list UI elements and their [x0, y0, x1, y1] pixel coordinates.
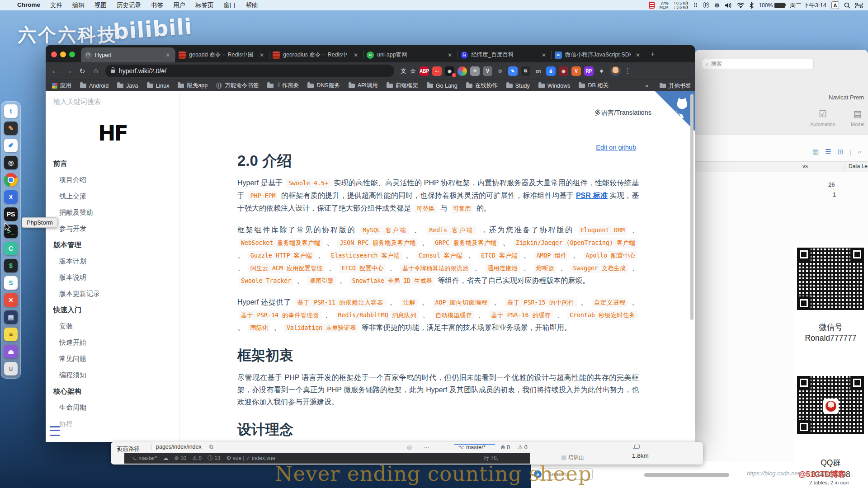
reload-button[interactable]: ↻ — [75, 67, 89, 75]
sidebar-item[interactable]: 核心架构 — [46, 383, 179, 399]
navicat-automation-button[interactable]: ☑Automation — [807, 109, 839, 129]
dark-ext[interactable]: ⧉ — [521, 66, 530, 76]
tab-close-icon[interactable]: ✕ — [258, 52, 265, 58]
menu-item[interactable]: 历史记录 — [117, 1, 141, 9]
browser-menu-icon[interactable]: ⋮ — [624, 67, 631, 75]
sidebar-item[interactable]: 版本管理 — [46, 237, 179, 253]
zoom-window-button[interactable] — [69, 52, 75, 57]
bookmark-item[interactable]: 限免app — [178, 82, 208, 89]
sidebar-item[interactable]: 捐献及赞助 — [46, 204, 179, 221]
edit-on-github-link[interactable]: Edit on github — [596, 144, 636, 151]
page-path-value[interactable]: pages/index/index — [156, 444, 202, 450]
sidebar-item[interactable]: 生命周期 — [46, 399, 179, 416]
menu-item[interactable]: 文件 — [50, 1, 62, 9]
sidebar-item[interactable]: 前言 — [46, 155, 179, 172]
dock-red-close-app-icon[interactable]: ✕ — [4, 293, 18, 307]
sidebar-item[interactable]: 快速入门 — [46, 302, 179, 318]
puzzle-ext[interactable]: ❖ — [597, 66, 606, 76]
dock-chrome-icon[interactable] — [4, 173, 18, 187]
menu-item[interactable]: 窗口 — [224, 1, 236, 9]
bookmark-item[interactable]: 应用 — [52, 82, 71, 89]
address-bar[interactable]: hyperf.wiki/2.0/#/ — [105, 65, 394, 77]
bookmark-item[interactable]: 万能命令书签 — [216, 82, 259, 89]
vimium-ext[interactable]: V — [483, 66, 492, 76]
psr-standard-link[interactable]: PSR 标准 — [576, 192, 608, 199]
bookmark-item[interactable]: 在线协作 — [466, 82, 498, 89]
bookmark-star-icon[interactable]: ☆ — [408, 66, 418, 76]
git-branch-label[interactable]: ⌥ master* — [131, 455, 157, 461]
bookmark-item[interactable]: 工作需要 — [267, 82, 299, 89]
en-translate-ext[interactable]: en — [533, 66, 543, 76]
control-center-icon[interactable] — [855, 3, 863, 8]
bookmark-item[interactable]: Android — [80, 83, 108, 89]
tab-close-icon[interactable]: ✕ — [352, 52, 359, 58]
bookmark-item[interactable]: Windows — [538, 83, 571, 89]
menu-item[interactable]: Chrome — [17, 1, 40, 9]
sidebar-item[interactable]: 项目介绍 — [46, 172, 179, 188]
mem-meter-icon[interactable] — [649, 2, 655, 9]
translations-link[interactable]: 多语言/Translations — [594, 108, 651, 117]
file-indicator[interactable]: ⚙ vue | ✓ index.vue — [226, 455, 275, 461]
tab-close-icon[interactable]: ✕ — [446, 52, 453, 58]
menu-item[interactable]: 用户 — [173, 1, 185, 9]
cloud-sync-icon[interactable]: ☁ — [163, 455, 169, 461]
screenshot-ext[interactable]: ◉1 — [445, 66, 454, 76]
caret-position[interactable]: 行 78, — [484, 455, 530, 462]
profile-avatar[interactable] — [610, 66, 621, 76]
content-scrollbar[interactable] — [690, 94, 693, 320]
camera-ext[interactable]: ⌾ — [470, 66, 480, 76]
menu-item[interactable]: 书签 — [151, 1, 163, 9]
navicat-model-button[interactable]: ▤Model — [844, 109, 868, 129]
docker-icon[interactable]: ☸ — [714, 2, 720, 9]
bell-icon[interactable] — [634, 444, 640, 448]
adblock-plus[interactable]: ABP — [420, 66, 429, 76]
more-dots-icon[interactable]: ⋯ — [424, 444, 429, 450]
audio-ext[interactable]: ◉ — [559, 66, 568, 76]
menu-item[interactable]: 视图 — [94, 1, 107, 9]
rp-ext[interactable]: RP — [584, 66, 594, 76]
dock-camera-app-icon[interactable]: ◎ — [4, 156, 18, 169]
grid-menu-icon[interactable]: ⠿ — [693, 2, 698, 9]
browser-tab[interactable]: georadius 命令 -- Redis中✕ — [269, 47, 363, 62]
dock-trash-icon[interactable]: ∪ — [4, 362, 18, 375]
tab-close-icon[interactable]: ✕ — [634, 52, 642, 58]
dock-briefcase-app-icon[interactable]: ▤ — [4, 310, 18, 324]
sidebar-toggle-icon[interactable] — [50, 426, 60, 436]
navicat-search-field[interactable]: ⌕搜索 — [702, 59, 814, 69]
filter-search-icon[interactable]: ⌕ — [858, 148, 861, 156]
bluetooth-icon[interactable] — [750, 2, 754, 9]
home-button[interactable]: ⌂ — [89, 67, 103, 75]
grid-view-icon[interactable]: ▦ — [812, 148, 819, 156]
bookmark-item[interactable]: 前端框架 — [387, 82, 418, 89]
sidebar-item[interactable]: 版本计划 — [46, 253, 179, 269]
minimize-window-button[interactable] — [60, 52, 66, 57]
github-corner-ribbon[interactable] — [655, 91, 695, 131]
dock-iterm-icon[interactable]: $ — [4, 259, 18, 272]
vue-devtools-ext[interactable]: V — [571, 66, 581, 76]
hyperf-logo[interactable]: HF — [46, 121, 179, 145]
other-bookmarks-button[interactable]: 其他书签 — [660, 82, 691, 90]
forward-button[interactable]: → — [62, 67, 75, 75]
sidebar-item[interactable]: 常见问题 — [46, 351, 179, 367]
battery-indicator[interactable]: 100% — [759, 2, 785, 9]
tab-close-icon[interactable]: ✕ — [540, 52, 547, 58]
new-tab-button[interactable]: + — [651, 50, 655, 59]
sidebar-item[interactable]: 版本更新记录 — [46, 286, 179, 302]
wifi-icon[interactable] — [737, 2, 745, 8]
dock-swirl-app-icon[interactable]: S — [4, 276, 18, 290]
bookmark-item[interactable]: Linux — [147, 83, 170, 89]
sidebar-item[interactable]: 协程 — [46, 416, 179, 432]
copy-icon[interactable]: ⧉ — [209, 444, 213, 450]
sidebar-item[interactable]: 参与开发 — [46, 221, 179, 237]
dock-design-pen-icon[interactable]: ✎ — [4, 122, 18, 135]
dock-wechat-devtools-icon[interactable]: C — [4, 242, 18, 255]
back-button[interactable]: ← — [48, 67, 62, 75]
gear-ext[interactable]: ⚙ — [495, 66, 505, 76]
eye-icon[interactable]: ◎ — [407, 444, 412, 450]
horizontal-scrollbar[interactable] — [644, 473, 729, 477]
dock-pencil-blue-icon[interactable]: ✐ — [4, 139, 18, 152]
dock-twitter-icon[interactable]: t — [4, 104, 18, 118]
tab-close-icon[interactable]: ✕ — [164, 52, 171, 58]
input-method-badge[interactable]: A — [831, 1, 839, 9]
parallels-icon[interactable]: Ⓟ — [703, 1, 709, 9]
